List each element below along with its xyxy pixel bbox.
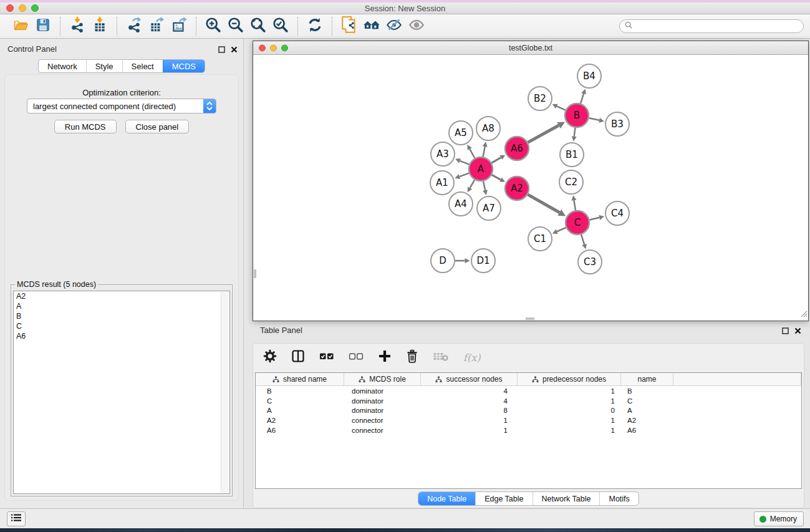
settings-gear-icon[interactable] bbox=[263, 349, 277, 365]
mcds-result-list[interactable]: A2ABCA6 bbox=[13, 291, 230, 494]
tab-motifs[interactable]: Motifs bbox=[599, 492, 638, 505]
graph-node-A[interactable]: A bbox=[469, 157, 493, 181]
graph-edge-B-B2[interactable] bbox=[552, 104, 566, 110]
zoom-in-button[interactable] bbox=[202, 17, 224, 36]
column-header-successor-nodes[interactable]: successor nodes bbox=[421, 373, 518, 385]
zoom-window-button[interactable] bbox=[31, 4, 39, 12]
export-table-button[interactable] bbox=[145, 17, 168, 36]
tab-node-table[interactable]: Node Table bbox=[418, 492, 475, 505]
open-file-button[interactable] bbox=[9, 17, 32, 36]
table-row[interactable]: Bdominator41B bbox=[256, 386, 801, 396]
graph-edge-C-C4[interactable] bbox=[589, 215, 604, 220]
graph-node-C4[interactable]: C4 bbox=[605, 201, 629, 225]
search-field[interactable] bbox=[619, 19, 804, 33]
mcds-result-item[interactable]: A6 bbox=[14, 331, 229, 341]
select-all-checkboxes-icon[interactable] bbox=[319, 352, 334, 363]
graph-edge-C-C2[interactable] bbox=[572, 195, 577, 210]
export-image-button[interactable] bbox=[168, 17, 190, 36]
table-row[interactable]: Adominator80A bbox=[256, 406, 801, 416]
graph-edge-A2-C[interactable] bbox=[528, 195, 566, 216]
tab-select[interactable]: Select bbox=[122, 60, 163, 72]
result-scrollbar[interactable] bbox=[221, 292, 229, 493]
minimize-window-button[interactable] bbox=[19, 4, 26, 12]
graph-edge-B-B1[interactable] bbox=[572, 128, 577, 142]
memory-button[interactable]: Memory bbox=[754, 511, 804, 526]
graph-node-B3[interactable]: B3 bbox=[605, 112, 629, 136]
graph-edge-A-A6[interactable] bbox=[491, 155, 505, 163]
graph-node-C1[interactable]: C1 bbox=[528, 227, 552, 251]
close-panel-icon[interactable] bbox=[231, 44, 238, 56]
graph-edge-A-A4[interactable] bbox=[468, 180, 475, 192]
graph-node-A4[interactable]: A4 bbox=[449, 192, 473, 216]
column-header-mcds-role[interactable]: MCDS role bbox=[344, 373, 421, 385]
graph-node-C[interactable]: C bbox=[566, 211, 589, 235]
vertical-scroll-indicator[interactable] bbox=[254, 269, 256, 278]
close-table-panel-icon[interactable] bbox=[794, 326, 801, 337]
criterion-dropdown[interactable]: largest connected component (directed) bbox=[27, 99, 216, 114]
column-header-predecessor-nodes[interactable]: predecessor nodes bbox=[518, 373, 621, 385]
mcds-result-item[interactable]: A bbox=[14, 301, 229, 311]
column-header-shared-name[interactable]: shared name bbox=[256, 373, 344, 385]
zoom-out-button[interactable] bbox=[224, 17, 247, 36]
show-column-icon[interactable] bbox=[291, 349, 305, 365]
mcds-result-item[interactable]: A2 bbox=[14, 291, 229, 301]
network-zoom-button[interactable] bbox=[281, 44, 288, 51]
function-builder-icon[interactable]: f(x) bbox=[463, 352, 480, 364]
task-history-button[interactable] bbox=[7, 511, 26, 526]
zoom-selected-button[interactable] bbox=[269, 17, 292, 36]
graph-edge-A-A7[interactable] bbox=[483, 181, 488, 195]
show-graphics-details-button[interactable] bbox=[405, 17, 428, 36]
network-close-button[interactable] bbox=[259, 44, 266, 51]
graph-edge-B-B3[interactable] bbox=[589, 118, 604, 123]
run-mcds-button[interactable]: Run MCDS bbox=[54, 120, 117, 133]
graph-edge-C-C1[interactable] bbox=[552, 228, 566, 234]
graph-node-A7[interactable]: A7 bbox=[477, 196, 501, 220]
graph-node-A6[interactable]: A6 bbox=[505, 137, 529, 160]
export-network-button[interactable] bbox=[123, 17, 145, 36]
tab-style[interactable]: Style bbox=[86, 60, 122, 72]
float-table-panel-icon[interactable] bbox=[782, 326, 789, 337]
tab-network-table[interactable]: Network Table bbox=[533, 492, 600, 505]
close-panel-button[interactable]: Close panel bbox=[125, 120, 190, 133]
graph-node-D[interactable]: D bbox=[431, 249, 455, 273]
network-canvas[interactable]: AA6A2BCA5A8A3A1A4A7B2B4B3B1C2C4C1C3DD1 bbox=[253, 55, 808, 321]
graph-node-D1[interactable]: D1 bbox=[471, 249, 495, 273]
tab-network[interactable]: Network bbox=[39, 60, 86, 72]
graph-edge-A-A5[interactable] bbox=[467, 145, 475, 158]
first-neighbors-button[interactable] bbox=[360, 17, 383, 36]
graph-edge-A6-B[interactable] bbox=[528, 122, 566, 142]
deselect-all-checkboxes-icon[interactable] bbox=[349, 352, 364, 363]
import-table-button[interactable] bbox=[89, 17, 111, 36]
resize-grip[interactable] bbox=[799, 309, 808, 320]
graph-edge-C-C3[interactable] bbox=[581, 235, 587, 249]
graph-node-B1[interactable]: B1 bbox=[560, 143, 584, 167]
tab-edge-table[interactable]: Edge Table bbox=[475, 492, 532, 505]
graph-edge-D-D1[interactable] bbox=[455, 258, 470, 263]
column-header-name[interactable]: name bbox=[621, 373, 673, 385]
graph-node-C3[interactable]: C3 bbox=[578, 250, 602, 274]
graph-node-A8[interactable]: A8 bbox=[476, 117, 500, 140]
new-network-from-selection-button[interactable] bbox=[338, 17, 360, 36]
graph-edge-A-A3[interactable] bbox=[455, 158, 469, 165]
network-window-titlebar[interactable]: testGlobe.txt bbox=[253, 41, 808, 55]
mcds-result-item[interactable]: C bbox=[14, 321, 229, 331]
graph-edge-B-B4[interactable] bbox=[581, 89, 586, 103]
apply-layout-button[interactable] bbox=[304, 17, 326, 36]
graph-edge-A-A1[interactable] bbox=[455, 173, 469, 179]
save-session-button[interactable] bbox=[32, 17, 54, 36]
graph-node-C2[interactable]: C2 bbox=[559, 170, 583, 194]
table-row[interactable]: A6connector11A6 bbox=[256, 425, 801, 435]
horizontal-scroll-indicator[interactable] bbox=[526, 317, 534, 320]
graph-node-A1[interactable]: A1 bbox=[430, 171, 454, 195]
add-column-icon[interactable] bbox=[378, 349, 392, 365]
graph-node-A3[interactable]: A3 bbox=[431, 142, 455, 166]
delete-table-icon[interactable] bbox=[433, 351, 449, 364]
zoom-fit-button[interactable] bbox=[247, 17, 269, 36]
delete-column-icon[interactable] bbox=[406, 349, 418, 365]
mcds-result-item[interactable]: B bbox=[14, 311, 229, 321]
graph-node-A2[interactable]: A2 bbox=[505, 177, 529, 200]
graph-node-B4[interactable]: B4 bbox=[577, 64, 601, 88]
graph-node-A5[interactable]: A5 bbox=[449, 121, 473, 145]
table-row[interactable]: Cdominator41C bbox=[256, 396, 801, 406]
float-panel-icon[interactable] bbox=[218, 44, 225, 56]
